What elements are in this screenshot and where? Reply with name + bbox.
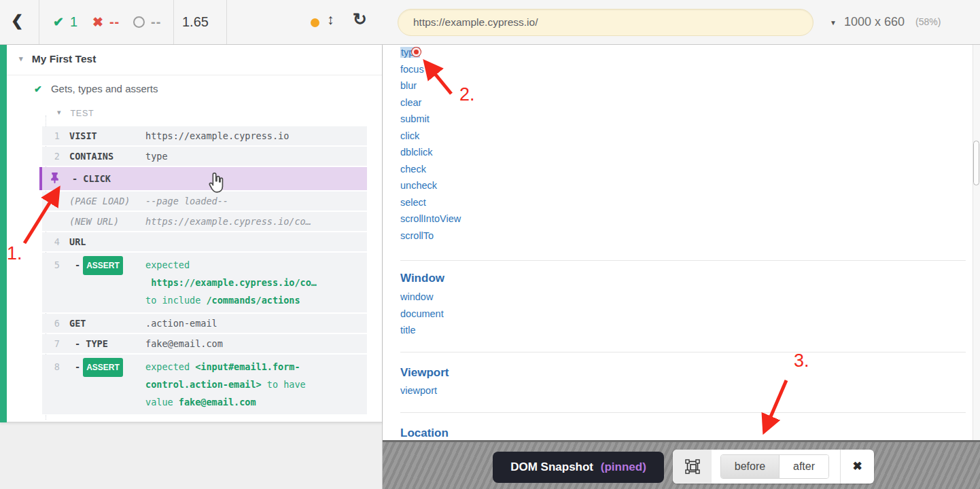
- command-value: https://example.cypress.io/co…: [145, 215, 367, 228]
- list-item: document: [400, 306, 444, 323]
- test-header[interactable]: ✔ Gets, types and asserts: [34, 83, 158, 94]
- command-name: URL: [69, 236, 145, 248]
- scrollbar-thumb[interactable]: [973, 141, 979, 185]
- aut-link-focus[interactable]: focus: [400, 64, 424, 75]
- list-item: uncheck: [400, 177, 461, 194]
- list-item: submit: [400, 111, 461, 128]
- back-button[interactable]: ❮: [11, 12, 23, 30]
- aut-link-clear[interactable]: clear: [400, 97, 421, 108]
- suite-title: My First Test: [32, 53, 96, 65]
- list-item: viewport: [400, 382, 437, 399]
- failed-stat[interactable]: ✖ --: [92, 0, 120, 44]
- test-duration: 1.65: [182, 0, 209, 44]
- command-value: expected https://example.cypress.io/co… …: [145, 256, 367, 309]
- command-name: (PAGE LOAD): [69, 195, 145, 207]
- command-number: 6: [42, 317, 60, 329]
- aut-link-select[interactable]: select: [400, 197, 426, 208]
- command-value: .action-email: [145, 317, 367, 329]
- divider: [7, 75, 382, 75]
- command-row[interactable]: 4URL: [42, 232, 367, 251]
- command-row[interactable]: (NEW URL)https://example.cypress.io/co…: [42, 212, 367, 231]
- suite-header[interactable]: ▾ My First Test: [19, 53, 96, 65]
- list-item: type: [400, 44, 461, 61]
- command-value: fake@email.com: [145, 338, 367, 350]
- list-item: select: [400, 194, 461, 211]
- command-value: [143, 173, 367, 185]
- snapshot-pinned-label: (pinned): [601, 460, 646, 473]
- command-row[interactable]: 6GET.action-email: [42, 314, 367, 333]
- viewport-dropdown-caret-icon[interactable]: ▼: [830, 19, 837, 26]
- aut-heading-viewport: Viewport: [400, 366, 449, 380]
- aut-link-click[interactable]: click: [400, 130, 419, 141]
- command-row[interactable]: 1VISIThttps://example.cypress.io: [42, 126, 367, 145]
- command-row[interactable]: 2CONTAINStype: [42, 147, 367, 166]
- status-dot-icon: [311, 18, 319, 27]
- test-passed-icon: ✔: [34, 84, 42, 94]
- x-icon: ✖: [92, 14, 103, 30]
- before-button[interactable]: before: [721, 455, 780, 478]
- aut-link-scrollIntoView[interactable]: scrollIntoView: [400, 213, 461, 224]
- list-item: click: [400, 128, 461, 145]
- command-name: VISIT: [69, 130, 145, 142]
- command-number: 2: [42, 150, 60, 162]
- pending-count: --: [151, 14, 161, 30]
- scrollbar-track[interactable]: [973, 45, 980, 489]
- viewport-size[interactable]: 1000 x 660: [844, 0, 905, 44]
- command-row[interactable]: 8-ASSERTexpected <input#email1.form- con…: [42, 355, 367, 414]
- passed-count: 1: [70, 14, 77, 30]
- pin-icon: [50, 172, 60, 183]
- pin-icon-cell: [42, 173, 57, 185]
- url-bar[interactable]: https://example.cypress.io/: [398, 9, 813, 36]
- reload-icon[interactable]: ↻: [353, 10, 367, 29]
- command-number: 8: [42, 358, 60, 411]
- aut-link-title[interactable]: title: [400, 325, 416, 336]
- passed-stat[interactable]: ✔ 1: [53, 0, 77, 44]
- aut-link-viewport[interactable]: viewport: [400, 385, 437, 396]
- section-label: TEST: [70, 109, 94, 118]
- viewport-links: viewport: [400, 382, 437, 399]
- aut-link-document[interactable]: document: [400, 308, 444, 319]
- list-item: title: [400, 322, 444, 339]
- command-row[interactable]: 7- TYPEfake@email.com: [42, 334, 367, 353]
- aut-link-uncheck[interactable]: uncheck: [400, 180, 437, 191]
- command-row[interactable]: - CLICK: [39, 167, 367, 190]
- command-number: 7: [42, 338, 60, 350]
- snapshot-message: DOM Snapshot (pinned): [493, 452, 664, 483]
- command-name: - CLICK: [67, 173, 143, 185]
- test-title: Gets, types and asserts: [51, 83, 158, 94]
- selector-playground-icon[interactable]: ↕: [327, 12, 334, 28]
- command-value: https://example.cypress.io: [145, 130, 367, 142]
- command-value: [145, 236, 367, 248]
- list-item: dblclick: [400, 144, 461, 161]
- assert-badge: ASSERT: [83, 358, 123, 377]
- viewport-scale: (58%): [915, 0, 941, 44]
- aut-link-check[interactable]: check: [400, 164, 426, 175]
- pending-stat[interactable]: --: [133, 0, 161, 44]
- list-item: focus: [400, 61, 461, 78]
- aut-link-window[interactable]: window: [400, 291, 433, 302]
- command-value: --page loaded--: [145, 195, 367, 207]
- command-name: CONTAINS: [69, 150, 145, 162]
- click-event-dot-icon: [412, 48, 421, 56]
- aut-link-dblclick[interactable]: dblclick: [400, 147, 433, 158]
- list-item: window: [400, 289, 444, 306]
- test-section-toggle[interactable]: ▾ TEST: [57, 108, 94, 118]
- command-name: (NEW URL): [69, 215, 145, 228]
- after-button[interactable]: after: [780, 455, 828, 478]
- command-name: -ASSERT: [69, 358, 145, 411]
- highlight-toggle-button[interactable]: [673, 450, 712, 484]
- aut-link-scrollTo[interactable]: scrollTo: [400, 230, 434, 241]
- divider: [400, 260, 966, 261]
- list-item: scrollIntoView: [400, 211, 461, 228]
- command-name: -ASSERT: [69, 256, 145, 309]
- aut-frame: typefocusblurclearsubmitclickdblclickche…: [382, 45, 980, 489]
- aut-link-blur[interactable]: blur: [400, 80, 417, 91]
- close-icon[interactable]: ✖: [840, 450, 874, 484]
- aut-link-submit[interactable]: submit: [400, 113, 430, 124]
- circle-icon: [133, 16, 145, 28]
- command-row[interactable]: 5-ASSERTexpected https://example.cypress…: [42, 253, 367, 312]
- toolbar: ❮ ✔ 1 ✖ -- -- 1.65 ↕ ↻ https://example.c…: [0, 0, 980, 45]
- command-number: [42, 215, 60, 228]
- command-row[interactable]: (PAGE LOAD)--page loaded--: [42, 192, 367, 211]
- failed-count: --: [109, 14, 120, 30]
